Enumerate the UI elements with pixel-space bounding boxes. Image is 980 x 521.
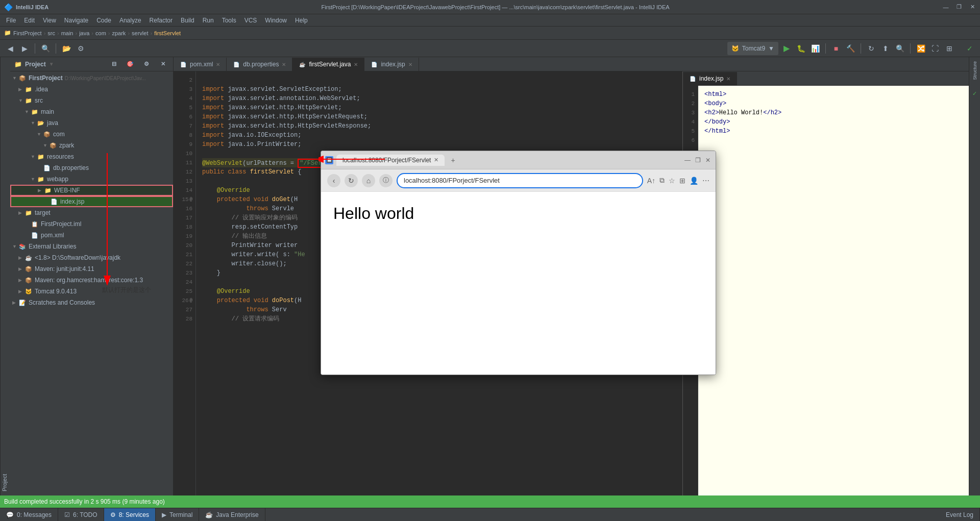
menu-edit[interactable]: Edit — [20, 16, 39, 25]
tree-scroll-from-source-button[interactable]: 🎯 — [124, 58, 136, 70]
breadcrumb-item[interactable]: com — [95, 30, 106, 36]
tree-item-jdk[interactable]: ▶ ☕ <1.8> D:\SoftwareDown\javajdk — [10, 252, 173, 263]
search-everywhere-button[interactable]: 🔍 — [39, 42, 52, 55]
menu-window[interactable]: Window — [261, 16, 291, 25]
event-log-tab[interactable]: Event Log — [940, 508, 980, 522]
debug-button[interactable]: 🐛 — [795, 42, 807, 55]
breadcrumb-item[interactable]: src — [47, 30, 55, 36]
menu-file[interactable]: File — [2, 16, 20, 25]
stop-button[interactable]: ■ — [830, 42, 842, 55]
tree-item-extlibs[interactable]: ▼ 📚 External Libraries — [10, 241, 173, 252]
browser-maximize-button[interactable]: ❐ — [694, 157, 701, 164]
run-config-selector[interactable]: 🐱 Tomcat9 ▼ — [727, 42, 778, 55]
right-code-content[interactable]: <html> <body> <h2>Hello World!</h2> </bo… — [698, 86, 969, 495]
browser-back-button[interactable]: ‹ — [327, 174, 340, 187]
right-code-editor[interactable]: 1 2 3 4 5 6 <html> <body> <h2>Hello Worl… — [683, 86, 969, 495]
menu-view[interactable]: View — [39, 16, 60, 25]
menu-code[interactable]: Code — [92, 16, 115, 25]
profile-button[interactable]: 📊 — [809, 42, 821, 55]
notifications-button[interactable]: ✓ — [964, 42, 976, 55]
bottom-tab-terminal[interactable]: ▶ Terminal — [156, 508, 199, 522]
tree-item-webinf[interactable]: ▶ 📁 WEB-INF — [10, 185, 173, 196]
menu-refactor[interactable]: Refactor — [145, 16, 177, 25]
project-structure-button[interactable]: 📂 — [60, 42, 72, 55]
tree-item-pomxml[interactable]: ▶ 📄 pom.xml — [10, 230, 173, 241]
tree-item-firstprojectiml[interactable]: ▶ 📋 FirstProject.iml — [10, 218, 173, 230]
tab-pomxml[interactable]: 📄 pom.xml ✕ — [174, 58, 227, 71]
menu-vcs[interactable]: VCS — [240, 16, 261, 25]
browser-info-button[interactable]: ⓘ — [379, 174, 393, 187]
vcs-button[interactable]: 🔀 — [915, 42, 927, 55]
tab-close-button[interactable]: ✕ — [216, 62, 220, 67]
tree-item-indexjsp[interactable]: ▶ 📄 index.jsp — [10, 196, 173, 207]
tab-close-button[interactable]: ✕ — [282, 62, 286, 67]
browser-home-button[interactable]: ⌂ — [362, 174, 375, 187]
browser-star-button[interactable]: ☆ — [669, 177, 675, 185]
browser-profile-button[interactable]: 👤 — [690, 177, 698, 185]
layout-button[interactable]: ⊞ — [943, 42, 955, 55]
breadcrumb-item[interactable]: 📁 FirstProject — [4, 30, 42, 36]
tree-item-zpark[interactable]: ▼ 📦 zpark — [10, 140, 173, 151]
bottom-tab-services[interactable]: ⚙ 8: Services — [104, 508, 156, 522]
tree-collapse-all-button[interactable]: ⊟ — [108, 58, 120, 70]
menu-help[interactable]: Help — [291, 16, 312, 25]
menu-navigate[interactable]: Navigate — [60, 16, 92, 25]
tab-dbprops[interactable]: 📄 db.properties ✕ — [227, 58, 292, 71]
breadcrumb-item[interactable]: zpark — [112, 30, 126, 36]
project-header-dropdown[interactable]: ▼ — [49, 61, 54, 67]
search-button[interactable]: 🔍 — [894, 42, 906, 55]
tree-item-idea[interactable]: ▶ 📁 .idea — [10, 84, 173, 95]
bottom-tab-java-enterprise[interactable]: ☕ Java Enterprise — [199, 508, 265, 522]
bottom-tab-messages[interactable]: 💬 0: Messages — [0, 508, 58, 522]
breadcrumb-item[interactable]: java — [79, 30, 89, 36]
fullscreen-button[interactable]: ⛶ — [929, 42, 941, 55]
minimize-button[interactable]: — — [942, 4, 949, 11]
browser-refresh-button[interactable]: ↻ — [345, 174, 358, 187]
breadcrumb-item[interactable]: firstServlet — [154, 30, 181, 36]
tree-item-target[interactable]: ▶ 📁 target — [10, 207, 173, 218]
deploy-button[interactable]: ⬆ — [879, 42, 892, 55]
tree-item-junit[interactable]: ▶ 📦 Maven: junit:junit:4.11 — [10, 263, 173, 275]
tree-item-dbprops[interactable]: ▶ 📄 db.properties — [10, 162, 173, 173]
tab-close-button[interactable]: ✕ — [354, 62, 358, 67]
browser-collections-button[interactable]: ⊞ — [679, 177, 685, 185]
browser-tab-close[interactable]: ✕ — [434, 157, 438, 163]
tree-item-src[interactable]: ▼ 📁 src — [10, 95, 173, 106]
maximize-button[interactable]: ❐ — [955, 4, 963, 11]
tree-item-main[interactable]: ▼ 📁 main — [10, 106, 173, 117]
update-button[interactable]: ↻ — [865, 42, 877, 55]
browser-tab-label[interactable]: localhost:8080/FPorject/FServlet ✕ — [336, 155, 445, 166]
tab-close-button[interactable]: ✕ — [408, 62, 412, 67]
tree-item-java[interactable]: ▼ 📂 java — [10, 117, 173, 129]
browser-minimize-button[interactable]: — — [684, 157, 691, 164]
url-bar[interactable]: localhost:8080/FPorject/FServlet — [397, 173, 643, 188]
tab-indexjsp-right[interactable]: 📄 index.jsp ✕ — [683, 72, 737, 85]
browser-close-button[interactable]: ✕ — [704, 157, 712, 164]
tree-settings-button[interactable]: ⚙ — [140, 58, 153, 70]
tree-close-button[interactable]: ✕ — [157, 58, 169, 70]
browser-split-button[interactable]: ⧉ — [659, 176, 665, 185]
tree-item-webapp[interactable]: ▼ 📁 webapp — [10, 173, 173, 185]
breadcrumb-item[interactable]: servlet — [132, 30, 148, 36]
tree-item-resources[interactable]: ▼ 📁 resources — [10, 151, 173, 162]
settings-button[interactable]: ⚙ — [75, 42, 87, 55]
back-button[interactable]: ◀ — [4, 42, 16, 55]
tree-item-com[interactable]: ▼ 📦 com — [10, 129, 173, 140]
tree-item-hamcrest[interactable]: ▶ 📦 Maven: org.hamcrest:hamcrest:core:1.… — [10, 275, 173, 286]
tab-firstservlet[interactable]: ☕ firstServlet.java ✕ — [292, 58, 364, 71]
menu-analyze[interactable]: Analyze — [115, 16, 145, 25]
breadcrumb-item[interactable]: main — [61, 30, 74, 36]
forward-button[interactable]: ▶ — [18, 42, 31, 55]
menu-build[interactable]: Build — [177, 16, 199, 25]
right-sidebar-notifications[interactable]: ✓ — [972, 90, 977, 97]
tree-item-firstproject[interactable]: ▼ 📦 FirstProject D:\WorkingPaper\IDEAPro… — [10, 72, 173, 84]
bottom-tab-todo[interactable]: ☑ 6: TODO — [58, 508, 104, 522]
menu-run[interactable]: Run — [199, 16, 218, 25]
browser-menu-button[interactable]: ⋯ — [702, 177, 709, 185]
tree-item-scratches[interactable]: ▶ 📝 Scratches and Consoles — [10, 297, 173, 308]
right-sidebar-structure[interactable]: Structure — [972, 61, 977, 80]
browser-extensions-button[interactable]: A↑ — [647, 177, 655, 185]
new-tab-button[interactable]: + — [448, 156, 458, 164]
tab-indexjsp[interactable]: 📄 index.jsp ✕ — [364, 58, 419, 71]
run-button[interactable]: ▶ — [780, 42, 793, 55]
